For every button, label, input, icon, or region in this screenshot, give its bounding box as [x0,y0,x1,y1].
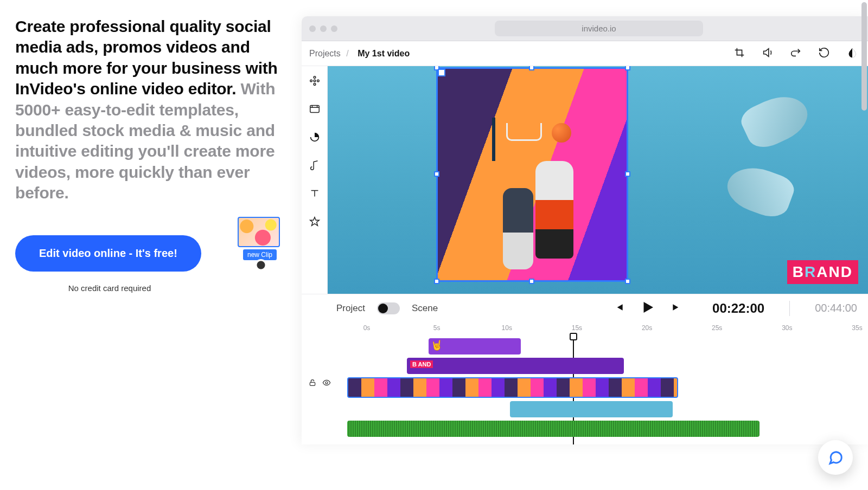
ruler-tick: 0s [363,324,371,332]
playback-bar: Project Scene 00:22:00 00:44:00 [302,294,868,322]
scene-people [470,118,611,280]
editor-window: invideo.io Projects / My 1st video [302,16,868,444]
text-icon[interactable] [309,188,321,202]
track-video[interactable] [336,377,857,398]
window-traffic-lights [309,25,337,32]
brand-text-right: AND [816,263,853,280]
project-scene-toggle[interactable] [377,302,400,314]
eye-icon[interactable] [322,378,331,387]
no-credit-card-text: No credit card required [15,283,204,293]
track-effects[interactable]: 🤘 [336,338,857,354]
svg-point-7 [326,382,328,384]
svg-rect-6 [310,382,315,385]
crop-icon[interactable] [733,47,745,61]
redo-icon[interactable] [790,47,802,61]
track-lock-eye[interactable] [308,378,331,387]
breadcrumb-current[interactable]: My 1st video [358,49,410,58]
brand-watermark: BRAND [787,260,858,284]
unlock-icon[interactable] [308,378,317,387]
editor-toolbar: Projects / My 1st video [302,41,868,66]
time-total: 00:44:00 [815,302,857,314]
timeline-ruler[interactable]: 0s5s10s15s20s25s30s35s [302,322,868,336]
prev-icon[interactable] [614,302,624,315]
svg-point-1 [310,80,312,82]
rock-emoji-icon: 🤘 [431,339,443,351]
reload-icon[interactable] [818,47,830,61]
svg-point-0 [314,76,316,79]
track-audio[interactable] [336,421,857,437]
new-clip-badge: new Clip [243,249,277,260]
chat-icon [827,449,844,466]
clip-brand[interactable]: B AND [407,358,624,374]
play-icon[interactable] [640,299,656,318]
scene-label: Scene [412,303,438,314]
canvas-area[interactable]: BRAND [328,66,868,294]
ruler-tick: 30s [782,324,792,332]
clip-broll[interactable] [510,401,673,417]
star-icon[interactable] [309,216,321,230]
headline-gray: With 5000+ easy-to-edit templates, bundl… [15,80,275,202]
breadcrumb-sep: / [346,49,348,58]
timeline[interactable]: 🤘 B AND [302,336,868,444]
floating-new-clip[interactable]: new Clip [238,217,284,272]
cta-edit-video-button[interactable]: Edit video online - It's free! [15,235,201,272]
track-brand[interactable]: B AND [336,358,857,374]
templates-icon[interactable] [309,75,321,89]
editor-side-rail [302,66,328,294]
hero-headline: Create professional quality social media… [15,16,292,204]
page-scrollbar[interactable] [861,2,867,111]
ruler-tick: 10s [502,324,512,332]
clip-main-video[interactable] [347,377,678,398]
clip-audio[interactable] [347,421,760,437]
media-icon[interactable] [309,103,321,117]
selected-clip-frame[interactable] [436,67,628,282]
shapes-icon[interactable] [309,131,321,145]
track-broll[interactable] [336,401,857,417]
mini-brand-label: B AND [410,360,433,368]
breadcrumb-root[interactable]: Projects [309,49,341,58]
brand-text-r: R [805,263,816,280]
svg-point-3 [314,83,316,86]
ruler-tick: 5s [433,324,441,332]
svg-point-2 [317,80,319,82]
time-separator [789,301,790,316]
svg-rect-5 [310,106,319,113]
cursor-icon [255,259,267,271]
volume-icon[interactable] [762,47,774,61]
droplet-icon[interactable] [846,47,858,61]
chat-fab[interactable] [818,440,853,475]
svg-point-4 [314,80,316,82]
browser-url[interactable]: invideo.io [495,21,703,36]
ruler-tick: 35s [852,324,862,332]
new-clip-thumbnail[interactable] [238,217,280,247]
music-icon[interactable] [309,159,321,173]
ruler-tick: 20s [642,324,652,332]
ruler-tick: 25s [712,324,722,332]
project-label: Project [336,303,365,314]
next-icon[interactable] [671,302,682,315]
brand-text-left: B [793,263,805,280]
breadcrumb[interactable]: Projects / My 1st video [309,49,410,59]
browser-titlebar: invideo.io [302,16,868,41]
ruler-tick: 15s [572,324,582,332]
clip-effects[interactable]: 🤘 [429,338,521,354]
time-current: 00:22:00 [712,301,764,316]
